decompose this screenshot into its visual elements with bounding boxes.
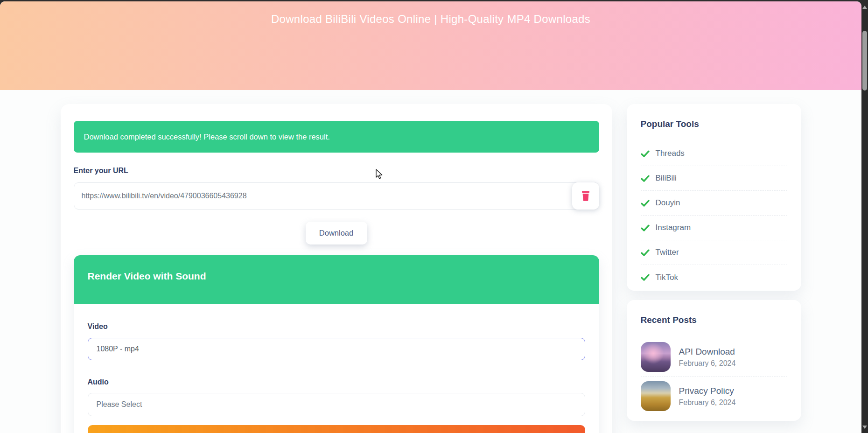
popular-tools-card: Popular Tools Threads BiliBili Douyin <box>627 104 801 291</box>
downloader-card: Download completed successfully! Please … <box>61 104 612 433</box>
tool-label: Threads <box>656 149 685 158</box>
post-title: Privacy Policy <box>679 386 736 396</box>
scroll-up-arrow[interactable] <box>861 4 868 10</box>
url-input[interactable] <box>74 182 599 210</box>
web-page: Download BiliBili Videos Online | High-Q… <box>0 1 861 433</box>
sidebar-item-instagram[interactable]: Instagram <box>641 216 787 240</box>
scroll-thumb[interactable] <box>862 31 867 91</box>
recent-posts-list: API Download February 6, 2024 Privacy Po… <box>641 337 787 415</box>
tool-label: TikTok <box>656 273 679 282</box>
url-row <box>74 182 599 210</box>
post-date: February 6, 2024 <box>679 398 736 407</box>
browser-viewport: Download BiliBili Videos Online | High-Q… <box>0 0 868 433</box>
tool-label: Twitter <box>656 248 679 257</box>
post-item-privacy-policy[interactable]: Privacy Policy February 6, 2024 <box>641 377 787 415</box>
check-icon <box>641 175 650 182</box>
post-date: February 6, 2024 <box>679 359 736 368</box>
video-select[interactable]: 1080P - mp4 <box>88 338 585 360</box>
tool-label: Instagram <box>656 223 691 232</box>
check-icon <box>641 249 650 256</box>
tool-label: BiliBili <box>656 174 677 183</box>
tool-label: Douyin <box>656 198 680 208</box>
check-icon <box>641 150 650 157</box>
sidebar-item-threads[interactable]: Threads <box>641 141 787 166</box>
audio-select-placeholder: Please Select <box>97 400 142 409</box>
check-icon <box>641 274 650 281</box>
post-title: API Download <box>679 347 736 357</box>
trash-icon <box>581 191 590 201</box>
page-title: Download BiliBili Videos Online | High-Q… <box>0 13 861 26</box>
recent-posts-title: Recent Posts <box>641 315 787 325</box>
scroll-down-arrow[interactable] <box>861 424 868 430</box>
post-item-api-download[interactable]: API Download February 6, 2024 <box>641 337 787 377</box>
post-thumbnail <box>641 381 671 411</box>
sidebar-item-douyin[interactable]: Douyin <box>641 191 787 216</box>
post-text: Privacy Policy February 6, 2024 <box>679 386 736 407</box>
sidebar-item-tiktok[interactable]: TikTok <box>641 265 787 290</box>
audio-label: Audio <box>88 378 585 386</box>
clear-url-button[interactable] <box>572 182 599 210</box>
download-button[interactable]: Download <box>306 222 367 244</box>
recent-posts-card: Recent Posts API Download February 6, 20… <box>627 300 801 421</box>
post-thumbnail <box>641 342 671 372</box>
video-select-value: 1080P - mp4 <box>97 345 139 353</box>
audio-select[interactable]: Please Select <box>88 393 585 416</box>
render-download-button[interactable] <box>88 425 585 433</box>
render-panel-header: Render Video with Sound <box>74 255 599 304</box>
triangle-up-icon <box>862 6 867 9</box>
popular-tools-list: Threads BiliBili Douyin Instagram <box>641 141 787 290</box>
post-text: API Download February 6, 2024 <box>679 347 736 368</box>
sidebar-item-bilibili[interactable]: BiliBili <box>641 166 787 191</box>
render-panel: Render Video with Sound Video 1080P - mp… <box>74 255 599 433</box>
sidebar-item-twitter[interactable]: Twitter <box>641 240 787 265</box>
check-icon <box>641 200 650 207</box>
sidebar: Popular Tools Threads BiliBili Douyin <box>627 104 801 421</box>
video-label: Video <box>88 322 585 331</box>
triangle-down-icon <box>862 426 867 429</box>
page-header: Download BiliBili Videos Online | High-Q… <box>0 1 861 90</box>
url-label: Enter your URL <box>74 167 599 175</box>
content-area: Download completed successfully! Please … <box>61 104 801 433</box>
success-alert: Download completed successfully! Please … <box>74 121 599 153</box>
render-panel-title: Render Video with Sound <box>88 271 206 282</box>
check-icon <box>641 224 650 231</box>
browser-scrollbar[interactable] <box>861 0 868 433</box>
download-row: Download <box>74 222 599 244</box>
popular-tools-title: Popular Tools <box>641 119 787 129</box>
render-panel-body: Video 1080P - mp4 Audio Please Select <box>74 304 599 433</box>
success-alert-text: Download completed successfully! Please … <box>84 133 330 141</box>
